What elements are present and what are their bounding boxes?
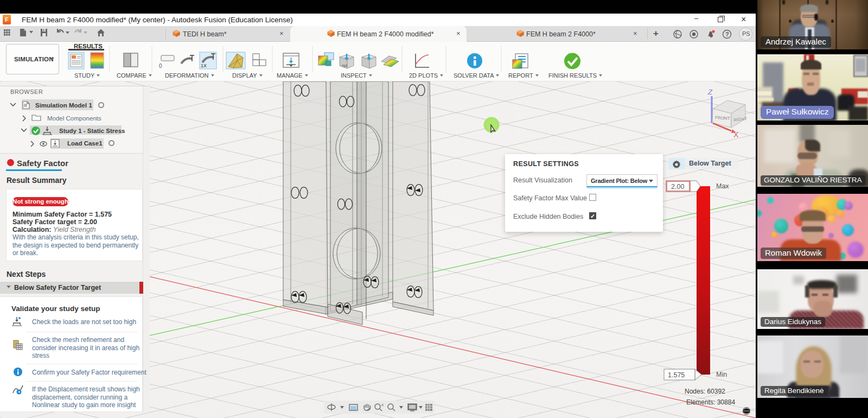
svg-text:xyz: xyz (342, 64, 348, 68)
svg-text:X: X (733, 130, 739, 139)
svg-text:2.00: 2.00 (671, 183, 684, 191)
svg-text:1.575: 1.575 (668, 371, 685, 379)
svg-text:±: ± (381, 402, 384, 407)
svg-text:?: ? (725, 31, 729, 37)
svg-text:Max: Max (716, 182, 729, 190)
svg-text:Z: Z (707, 88, 713, 96)
svg-text:Min: Min (716, 371, 727, 378)
svg-text:1X: 1X (201, 63, 207, 68)
svg-text:0: 0 (159, 63, 162, 69)
svg-text:RIGHT: RIGHT (733, 116, 747, 123)
